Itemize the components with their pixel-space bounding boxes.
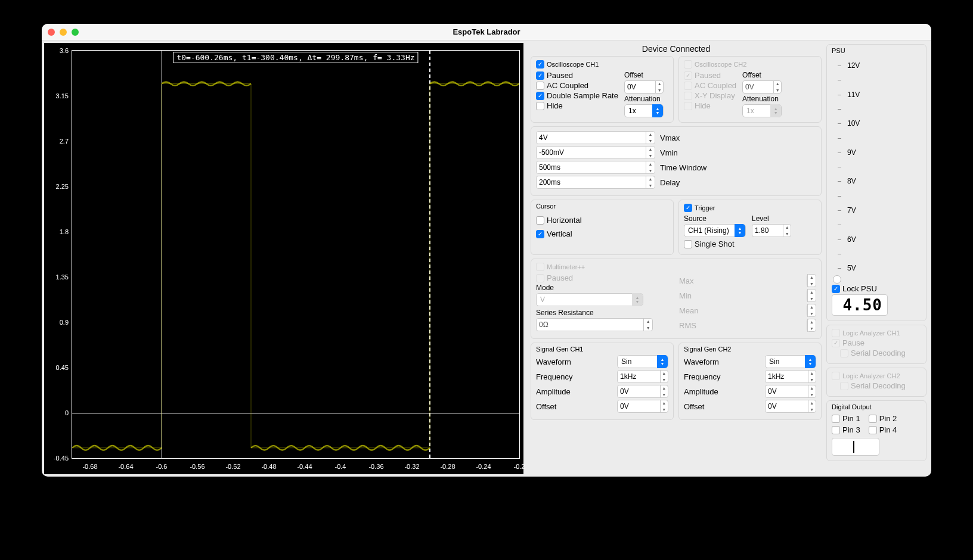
down-arrow-icon[interactable]: ▼ xyxy=(656,87,663,94)
do-pin4[interactable]: Pin 4 xyxy=(869,425,897,434)
signalgen-ch1-group: Signal Gen CH1 WaveformSin▲▼ Frequency▲▼… xyxy=(531,343,674,420)
up-arrow-icon[interactable]: ▲ xyxy=(646,131,655,138)
delay-label: Delay xyxy=(660,178,680,187)
sg2-amplitude-label: Amplitude xyxy=(684,387,732,396)
la2-enable[interactable]: Logic Analyzer CH2 xyxy=(832,372,921,380)
osc2-enable[interactable]: Oscilloscope CH2 xyxy=(684,60,816,69)
sg2-waveform-select[interactable]: Sin▲▼ xyxy=(765,355,816,368)
mm-sres-input: ▲▼ xyxy=(536,318,653,331)
osc2-offset-input: ▲▼ xyxy=(742,80,782,94)
vmax-label: Vmax xyxy=(660,133,680,142)
osc2-hide: Hide xyxy=(684,101,736,110)
sg2-amplitude-input[interactable]: ▲▼ xyxy=(765,385,816,398)
sg1-amplitude-input[interactable]: ▲▼ xyxy=(617,385,668,398)
mm-mean-label: Mean xyxy=(679,306,703,315)
psu-tick: 7V xyxy=(847,206,856,214)
osc1-accoupled[interactable]: AC Coupled xyxy=(536,81,618,90)
mm-mode-select: V▲▼ xyxy=(536,293,643,306)
mm-paused: Paused xyxy=(536,273,673,282)
osc1-paused[interactable]: Paused xyxy=(536,71,618,80)
timewin-label: Time Window xyxy=(660,163,706,172)
ytick: 3.15 xyxy=(48,92,69,99)
osc1-atten-label: Attenuation xyxy=(624,95,664,103)
sg1-frequency-label: Frequency xyxy=(536,372,584,381)
mm-rms-value: ▲▼ xyxy=(807,319,816,332)
mm-mode-label: Mode xyxy=(536,284,673,292)
psu-slider[interactable]: 12V 11V 10V 9V 8V 7V 6V 5V xyxy=(834,57,864,279)
vmax-input[interactable]: ▲▼ xyxy=(536,131,655,144)
sg1-waveform-label: Waveform xyxy=(536,357,584,366)
sg1-frequency-input[interactable]: ▲▼ xyxy=(617,370,668,383)
do-pin1[interactable]: Pin 1 xyxy=(832,414,860,423)
psu-slider-knob[interactable] xyxy=(833,275,841,284)
select-arrow-icon[interactable]: ▲▼ xyxy=(805,355,816,368)
select-arrow-icon[interactable]: ▲▼ xyxy=(652,104,663,117)
select-arrow-icon[interactable]: ▲▼ xyxy=(657,355,668,368)
logic-analyzer-ch2-group: Logic Analyzer CH2 Serial Decoding xyxy=(826,368,926,397)
mm-min-value: ▲▼ xyxy=(807,289,816,302)
delay-input[interactable]: ▲▼ xyxy=(536,176,655,189)
ytick: 1.35 xyxy=(48,273,69,281)
sg2-title: Signal Gen CH2 xyxy=(684,346,816,353)
trigger-source-label: Source xyxy=(684,214,746,223)
multimeter-enable[interactable]: Multimeter++ xyxy=(536,263,816,271)
control-panel: Device Connected Oscilloscope CH1 Paused… xyxy=(526,41,931,477)
trigger-enable[interactable]: Trigger xyxy=(684,204,816,212)
psu-title: PSU xyxy=(832,47,921,54)
sg2-frequency-label: Frequency xyxy=(684,372,732,381)
cursor-horizontal[interactable]: Horizontal xyxy=(536,216,668,225)
do-pin3[interactable]: Pin 3 xyxy=(832,425,860,434)
trigger-source-select[interactable]: CH1 (Rising)▲▼ xyxy=(684,224,746,237)
sg1-offset-input[interactable]: ▲▼ xyxy=(617,400,668,413)
sg2-frequency-input[interactable]: ▲▼ xyxy=(765,370,816,383)
psu-tick: 8V xyxy=(847,177,856,185)
up-arrow-icon[interactable]: ▲ xyxy=(656,80,663,87)
sg1-offset-label: Offset xyxy=(536,402,584,411)
osc1-enable[interactable]: Oscilloscope CH1 xyxy=(536,60,668,69)
osc1-doublesr[interactable]: Double Sample Rate xyxy=(536,91,618,100)
ytick: 0.45 xyxy=(48,364,69,371)
mm-mean-value: ▲▼ xyxy=(807,304,816,317)
scope-plot[interactable]: t0=-600.26ms, t1=-300.40ms, Δt= 299.87ms… xyxy=(72,50,520,459)
cursor-group: Cursor Horizontal Vertical xyxy=(531,200,674,255)
digital-output-group: Digital Output Pin 1 Pin 2 Pin 3 Pin 4 xyxy=(826,400,926,461)
do-pin2[interactable]: Pin 2 xyxy=(869,414,897,423)
digital-output-display xyxy=(832,438,879,456)
cursor-vertical[interactable]: Vertical xyxy=(536,229,668,238)
trigger-level-input[interactable]: ▲▼ xyxy=(752,224,791,237)
ytick: 0.9 xyxy=(48,319,69,326)
psu-voltage-display: 4.50 xyxy=(832,294,888,316)
osc1-atten-select[interactable]: 1x▲▼ xyxy=(624,104,664,117)
osc1-hide[interactable]: Hide xyxy=(536,101,618,110)
sg2-offset-label: Offset xyxy=(684,402,732,411)
device-status: Device Connected xyxy=(531,44,822,54)
timewin-input[interactable]: ▲▼ xyxy=(536,161,655,174)
mm-max-value: ▲▼ xyxy=(807,274,816,287)
osc1-offset-input[interactable]: ▲▼ xyxy=(624,80,664,94)
ytick: 2.25 xyxy=(48,183,69,190)
oscilloscope-ch2-group: Oscilloscope CH2 Paused AC Coupled X-Y D… xyxy=(678,56,822,123)
sg1-amplitude-label: Amplitude xyxy=(536,387,584,396)
sg2-offset-input[interactable]: ▲▼ xyxy=(765,400,816,413)
psu-tick: 12V xyxy=(847,61,860,70)
trigger-group: Trigger Source CH1 (Rising)▲▼ Single Sho… xyxy=(678,200,822,255)
trigger-singleshot[interactable]: Single Shot xyxy=(684,239,746,248)
psu-lock[interactable]: Lock PSU xyxy=(832,284,921,293)
scope-display[interactable]: t0=-600.26ms, t1=-300.40ms, Δt= 299.87ms… xyxy=(44,43,523,474)
osc2-xydisplay: X-Y Display xyxy=(684,91,736,100)
psu-tick: 5V xyxy=(847,264,856,272)
la1-enable[interactable]: Logic Analyzer CH1 xyxy=(832,329,921,337)
osc2-offset-label: Offset xyxy=(742,71,782,79)
sg1-waveform-select[interactable]: Sin▲▼ xyxy=(617,355,668,368)
osc1-enable-checkbox[interactable] xyxy=(536,60,544,69)
osc2-accoupled: AC Coupled xyxy=(684,81,736,90)
mm-rms-label: RMS xyxy=(679,321,703,330)
do-title: Digital Output xyxy=(832,403,921,410)
la1-pause: Pause xyxy=(832,338,921,347)
la2-serial-decoding: Serial Decoding xyxy=(840,381,921,390)
select-arrow-icon[interactable]: ▲▼ xyxy=(735,224,745,237)
vmin-input[interactable]: ▲▼ xyxy=(536,146,655,159)
titlebar: EspoTek Labrador xyxy=(42,24,931,41)
down-arrow-icon[interactable]: ▼ xyxy=(646,138,655,144)
cursor-title: Cursor xyxy=(536,203,668,210)
